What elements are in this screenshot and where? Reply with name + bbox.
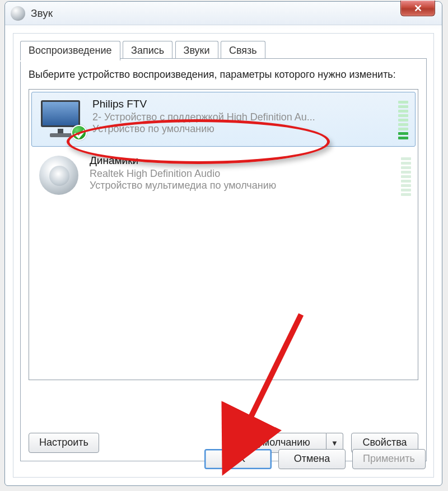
vu-meter [401, 155, 411, 196]
device-driver: Realtek High Definition Audio [90, 168, 396, 180]
button-label: Применить [363, 453, 415, 464]
titlebar[interactable]: Звук [5, 2, 442, 25]
device-row[interactable]: Динамики Realtek High Definition Audio У… [29, 149, 418, 203]
sound-icon [11, 6, 25, 21]
button-label: OK [231, 453, 245, 464]
button-label: Настроить [39, 437, 88, 448]
close-icon: ✕ [414, 2, 422, 15]
tab-playback[interactable]: Воспроизведение [20, 41, 120, 60]
tab-strip: Воспроизведение Запись Звуки Связь [13, 34, 433, 58]
button-label: Свойства [362, 437, 407, 448]
speaker-icon [35, 155, 83, 196]
device-status: Устройство мультимедиа по умолчанию [90, 180, 396, 191]
window-title: Звук [31, 7, 53, 20]
device-text: Динамики Realtek High Definition Audio У… [90, 155, 396, 191]
tab-label: Воспроизведение [29, 45, 112, 56]
button-label: Отмена [294, 453, 330, 464]
device-driver: 2- Устройство с поддержкой High Definiti… [92, 111, 394, 123]
tab-label: Запись [131, 45, 164, 56]
tab-sounds[interactable]: Звуки [175, 41, 218, 60]
dialog-button-row: OK Отмена Применить [21, 449, 426, 469]
device-name: Philips FTV [92, 98, 394, 110]
tab-recording[interactable]: Запись [123, 41, 172, 60]
device-text: Philips FTV 2- Устройство с поддержкой H… [92, 98, 394, 135]
ok-button[interactable]: OK [204, 449, 272, 469]
apply-button[interactable]: Применить [352, 449, 426, 469]
tab-communications[interactable]: Связь [221, 41, 265, 60]
default-check-icon [71, 125, 87, 141]
vu-meter [398, 98, 408, 139]
cancel-button[interactable]: Отмена [278, 449, 346, 469]
instruction-text: Выберите устройство воспроизведения, пар… [29, 68, 418, 81]
device-status: Устройство по умолчанию [92, 123, 394, 135]
tab-label: Звуки [184, 45, 210, 56]
tab-label: Связь [229, 45, 257, 56]
playback-panel: Выберите устройство воспроизведения, пар… [20, 58, 427, 461]
device-row[interactable]: Philips FTV 2- Устройство с поддержкой H… [31, 92, 416, 147]
client-area: Воспроизведение Запись Звуки Связь Выбер… [13, 33, 434, 478]
chevron-down-icon: ▼ [331, 439, 338, 447]
sound-dialog: Звук ✕ Воспроизведение Запись Звуки Связ… [4, 1, 442, 486]
button-label: По умолчанию [242, 437, 310, 448]
monitor-icon [38, 98, 86, 139]
device-name: Динамики [90, 155, 396, 167]
device-list[interactable]: Philips FTV 2- Устройство с поддержкой H… [29, 89, 418, 380]
close-button[interactable]: ✕ [400, 1, 435, 16]
